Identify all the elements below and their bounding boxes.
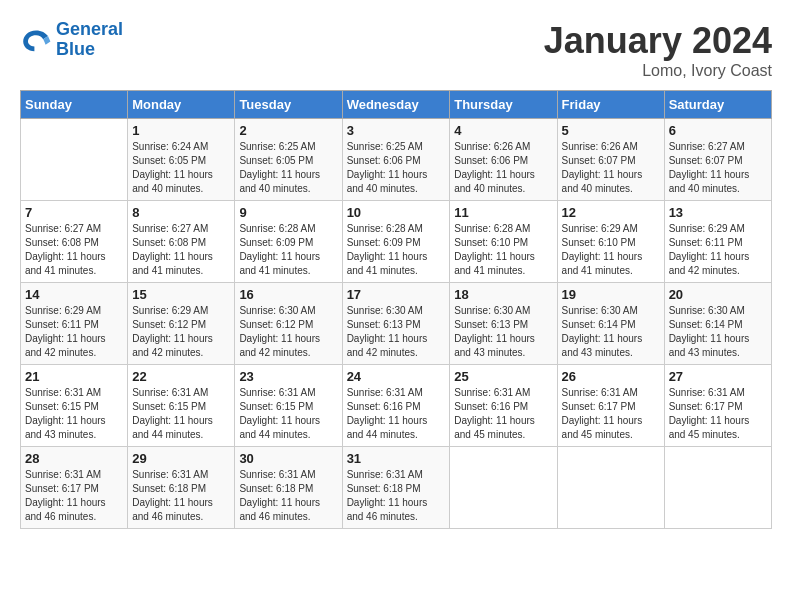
day-info: Sunrise: 6:30 AMSunset: 6:13 PMDaylight:…: [454, 304, 552, 360]
day-number: 1: [132, 123, 230, 138]
calendar-table: SundayMondayTuesdayWednesdayThursdayFrid…: [20, 90, 772, 529]
day-number: 20: [669, 287, 767, 302]
page-header: General Blue January 2024 Lomo, Ivory Co…: [20, 20, 772, 80]
logo-text: General Blue: [56, 20, 123, 60]
calendar-week-1: 1Sunrise: 6:24 AMSunset: 6:05 PMDaylight…: [21, 119, 772, 201]
calendar-cell: 10Sunrise: 6:28 AMSunset: 6:09 PMDayligh…: [342, 201, 450, 283]
day-number: 13: [669, 205, 767, 220]
calendar-week-3: 14Sunrise: 6:29 AMSunset: 6:11 PMDayligh…: [21, 283, 772, 365]
day-number: 9: [239, 205, 337, 220]
day-info: Sunrise: 6:31 AMSunset: 6:18 PMDaylight:…: [239, 468, 337, 524]
logo-icon: [20, 24, 52, 56]
day-number: 25: [454, 369, 552, 384]
day-number: 30: [239, 451, 337, 466]
day-number: 15: [132, 287, 230, 302]
calendar-cell: 7Sunrise: 6:27 AMSunset: 6:08 PMDaylight…: [21, 201, 128, 283]
day-number: 19: [562, 287, 660, 302]
calendar-cell: 22Sunrise: 6:31 AMSunset: 6:15 PMDayligh…: [128, 365, 235, 447]
calendar-header-row: SundayMondayTuesdayWednesdayThursdayFrid…: [21, 91, 772, 119]
calendar-cell: 29Sunrise: 6:31 AMSunset: 6:18 PMDayligh…: [128, 447, 235, 529]
calendar-week-4: 21Sunrise: 6:31 AMSunset: 6:15 PMDayligh…: [21, 365, 772, 447]
day-number: 4: [454, 123, 552, 138]
calendar-cell: 26Sunrise: 6:31 AMSunset: 6:17 PMDayligh…: [557, 365, 664, 447]
header-saturday: Saturday: [664, 91, 771, 119]
day-info: Sunrise: 6:29 AMSunset: 6:11 PMDaylight:…: [669, 222, 767, 278]
header-sunday: Sunday: [21, 91, 128, 119]
day-number: 23: [239, 369, 337, 384]
day-info: Sunrise: 6:25 AMSunset: 6:05 PMDaylight:…: [239, 140, 337, 196]
calendar-cell: 2Sunrise: 6:25 AMSunset: 6:05 PMDaylight…: [235, 119, 342, 201]
day-info: Sunrise: 6:31 AMSunset: 6:15 PMDaylight:…: [239, 386, 337, 442]
day-number: 31: [347, 451, 446, 466]
day-info: Sunrise: 6:29 AMSunset: 6:12 PMDaylight:…: [132, 304, 230, 360]
calendar-cell: 8Sunrise: 6:27 AMSunset: 6:08 PMDaylight…: [128, 201, 235, 283]
day-info: Sunrise: 6:28 AMSunset: 6:09 PMDaylight:…: [347, 222, 446, 278]
calendar-cell: 17Sunrise: 6:30 AMSunset: 6:13 PMDayligh…: [342, 283, 450, 365]
day-number: 29: [132, 451, 230, 466]
day-number: 27: [669, 369, 767, 384]
header-thursday: Thursday: [450, 91, 557, 119]
calendar-cell: 5Sunrise: 6:26 AMSunset: 6:07 PMDaylight…: [557, 119, 664, 201]
day-number: 2: [239, 123, 337, 138]
calendar-week-2: 7Sunrise: 6:27 AMSunset: 6:08 PMDaylight…: [21, 201, 772, 283]
calendar-cell: 16Sunrise: 6:30 AMSunset: 6:12 PMDayligh…: [235, 283, 342, 365]
day-info: Sunrise: 6:29 AMSunset: 6:10 PMDaylight:…: [562, 222, 660, 278]
calendar-cell: 19Sunrise: 6:30 AMSunset: 6:14 PMDayligh…: [557, 283, 664, 365]
day-number: 11: [454, 205, 552, 220]
day-number: 21: [25, 369, 123, 384]
day-number: 5: [562, 123, 660, 138]
day-info: Sunrise: 6:25 AMSunset: 6:06 PMDaylight:…: [347, 140, 446, 196]
calendar-week-5: 28Sunrise: 6:31 AMSunset: 6:17 PMDayligh…: [21, 447, 772, 529]
day-info: Sunrise: 6:28 AMSunset: 6:09 PMDaylight:…: [239, 222, 337, 278]
calendar-cell: [21, 119, 128, 201]
calendar-cell: 12Sunrise: 6:29 AMSunset: 6:10 PMDayligh…: [557, 201, 664, 283]
day-info: Sunrise: 6:31 AMSunset: 6:18 PMDaylight:…: [347, 468, 446, 524]
calendar-cell: [557, 447, 664, 529]
calendar-cell: 11Sunrise: 6:28 AMSunset: 6:10 PMDayligh…: [450, 201, 557, 283]
day-info: Sunrise: 6:27 AMSunset: 6:08 PMDaylight:…: [132, 222, 230, 278]
calendar-cell: 3Sunrise: 6:25 AMSunset: 6:06 PMDaylight…: [342, 119, 450, 201]
calendar-cell: 15Sunrise: 6:29 AMSunset: 6:12 PMDayligh…: [128, 283, 235, 365]
day-info: Sunrise: 6:26 AMSunset: 6:06 PMDaylight:…: [454, 140, 552, 196]
header-friday: Friday: [557, 91, 664, 119]
day-info: Sunrise: 6:30 AMSunset: 6:14 PMDaylight:…: [562, 304, 660, 360]
logo-blue: Blue: [56, 39, 95, 59]
day-number: 8: [132, 205, 230, 220]
day-info: Sunrise: 6:24 AMSunset: 6:05 PMDaylight:…: [132, 140, 230, 196]
day-info: Sunrise: 6:30 AMSunset: 6:12 PMDaylight:…: [239, 304, 337, 360]
logo-general: General: [56, 19, 123, 39]
title-area: January 2024 Lomo, Ivory Coast: [544, 20, 772, 80]
day-info: Sunrise: 6:31 AMSunset: 6:17 PMDaylight:…: [25, 468, 123, 524]
calendar-cell: 18Sunrise: 6:30 AMSunset: 6:13 PMDayligh…: [450, 283, 557, 365]
calendar-cell: 27Sunrise: 6:31 AMSunset: 6:17 PMDayligh…: [664, 365, 771, 447]
day-info: Sunrise: 6:30 AMSunset: 6:14 PMDaylight:…: [669, 304, 767, 360]
day-info: Sunrise: 6:31 AMSunset: 6:18 PMDaylight:…: [132, 468, 230, 524]
day-info: Sunrise: 6:31 AMSunset: 6:17 PMDaylight:…: [669, 386, 767, 442]
day-info: Sunrise: 6:31 AMSunset: 6:16 PMDaylight:…: [347, 386, 446, 442]
day-number: 3: [347, 123, 446, 138]
calendar-cell: [450, 447, 557, 529]
day-number: 14: [25, 287, 123, 302]
month-title: January 2024: [544, 20, 772, 62]
calendar-cell: 9Sunrise: 6:28 AMSunset: 6:09 PMDaylight…: [235, 201, 342, 283]
day-number: 22: [132, 369, 230, 384]
day-number: 28: [25, 451, 123, 466]
calendar-cell: 13Sunrise: 6:29 AMSunset: 6:11 PMDayligh…: [664, 201, 771, 283]
day-number: 6: [669, 123, 767, 138]
calendar-cell: 14Sunrise: 6:29 AMSunset: 6:11 PMDayligh…: [21, 283, 128, 365]
logo: General Blue: [20, 20, 123, 60]
calendar-cell: 31Sunrise: 6:31 AMSunset: 6:18 PMDayligh…: [342, 447, 450, 529]
calendar-cell: 4Sunrise: 6:26 AMSunset: 6:06 PMDaylight…: [450, 119, 557, 201]
calendar-cell: 30Sunrise: 6:31 AMSunset: 6:18 PMDayligh…: [235, 447, 342, 529]
calendar-cell: 25Sunrise: 6:31 AMSunset: 6:16 PMDayligh…: [450, 365, 557, 447]
day-info: Sunrise: 6:26 AMSunset: 6:07 PMDaylight:…: [562, 140, 660, 196]
day-info: Sunrise: 6:30 AMSunset: 6:13 PMDaylight:…: [347, 304, 446, 360]
day-info: Sunrise: 6:31 AMSunset: 6:15 PMDaylight:…: [25, 386, 123, 442]
day-number: 10: [347, 205, 446, 220]
calendar-cell: 20Sunrise: 6:30 AMSunset: 6:14 PMDayligh…: [664, 283, 771, 365]
location: Lomo, Ivory Coast: [544, 62, 772, 80]
day-info: Sunrise: 6:27 AMSunset: 6:07 PMDaylight:…: [669, 140, 767, 196]
header-monday: Monday: [128, 91, 235, 119]
calendar-cell: 1Sunrise: 6:24 AMSunset: 6:05 PMDaylight…: [128, 119, 235, 201]
day-number: 12: [562, 205, 660, 220]
